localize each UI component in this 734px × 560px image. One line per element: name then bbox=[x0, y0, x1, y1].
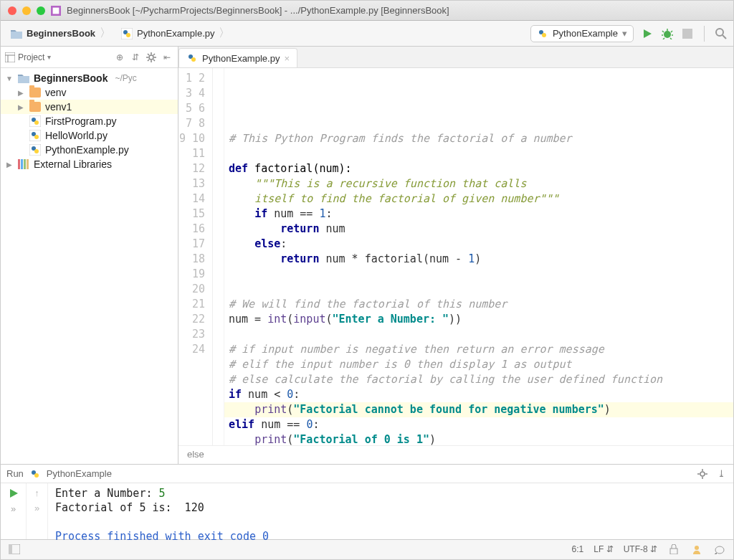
breadcrumb-file-label: PythonExample.py bbox=[137, 28, 214, 39]
svg-rect-28 bbox=[670, 549, 677, 554]
console-output[interactable]: Enter a Number: 5 Factorial of 5 is: 120… bbox=[48, 483, 733, 539]
svg-rect-8 bbox=[682, 29, 692, 39]
chevron-down-icon: ▾ bbox=[47, 53, 51, 61]
window-title: BeginnersBook [~/PycharmProjects/Beginne… bbox=[67, 5, 449, 16]
python-file-icon bbox=[29, 115, 41, 127]
code-editor[interactable]: 1 2 3 4 5 6 7 8 9 10 11 12 13 14 15 16 1… bbox=[178, 68, 733, 445]
tree-item-label: venv bbox=[45, 87, 67, 98]
run-tool-title: PythonExample bbox=[47, 468, 112, 479]
external-libraries-icon bbox=[18, 159, 29, 169]
editor-breadcrumb[interactable]: else bbox=[178, 445, 733, 464]
breadcrumb-root[interactable]: BeginnersBook 〉 bbox=[6, 24, 115, 43]
tree-item-label: venv1 bbox=[45, 101, 72, 113]
python-file-icon bbox=[29, 468, 41, 480]
python-file-icon bbox=[537, 28, 548, 39]
svg-point-20 bbox=[34, 149, 39, 153]
tree-external-libraries[interactable]: ▶ External Libraries bbox=[1, 157, 178, 171]
folder-icon bbox=[11, 29, 22, 39]
tree-item-firstprogram[interactable]: FirstProgram.py bbox=[1, 114, 178, 128]
up-stack-icon[interactable]: ↑ bbox=[34, 488, 39, 498]
tool-window-quick-access-icon[interactable] bbox=[8, 543, 21, 556]
module-folder-icon bbox=[18, 73, 29, 83]
chevron-right-icon[interactable]: ▶ bbox=[16, 89, 25, 97]
svg-point-25 bbox=[700, 472, 705, 476]
line-ending-selector[interactable]: LF ⇵ bbox=[594, 544, 613, 554]
minimize-window-icon[interactable] bbox=[22, 6, 31, 15]
editor-tab-label: PythonExample.py bbox=[202, 53, 280, 64]
project-panel: Project ▾ ⊕ ⇵ ⇤ ▼ BeginnersBook ~/Pyc ▶ … bbox=[1, 47, 178, 464]
python-file-icon bbox=[186, 52, 198, 64]
breadcrumb-file[interactable]: PythonExample.py 〉 bbox=[117, 24, 234, 43]
fold-column[interactable] bbox=[213, 68, 224, 445]
svg-point-17 bbox=[34, 135, 39, 139]
more-run-actions-icon[interactable]: » bbox=[11, 503, 16, 514]
pycharm-icon bbox=[51, 6, 61, 16]
run-tool-header: Run PythonExample ⤓ bbox=[1, 465, 733, 483]
more-icon[interactable]: » bbox=[34, 503, 39, 513]
run-config-selector[interactable]: PythonExample ▾ bbox=[530, 25, 634, 42]
folder-icon bbox=[29, 87, 41, 98]
chevron-right-icon: 〉 bbox=[100, 26, 111, 41]
tree-item-label: HelloWorld.py bbox=[45, 130, 108, 141]
project-icon bbox=[5, 52, 15, 62]
chevron-right-icon[interactable]: ▶ bbox=[16, 103, 25, 111]
chevron-right-icon[interactable]: ▶ bbox=[5, 161, 14, 169]
encoding-selector[interactable]: UTF-8 ⇵ bbox=[624, 544, 657, 554]
stop-button[interactable] bbox=[681, 27, 694, 40]
chevron-down-icon: ▾ bbox=[622, 28, 627, 39]
svg-point-14 bbox=[34, 120, 39, 125]
titlebar: BeginnersBook [~/PycharmProjects/Beginne… bbox=[1, 1, 733, 21]
svg-point-22 bbox=[191, 57, 196, 62]
run-tool-window: Run PythonExample ⤓ » ↑ » Enter a Number… bbox=[1, 464, 733, 539]
svg-point-24 bbox=[34, 473, 39, 478]
editor-tab[interactable]: PythonExample.py × bbox=[178, 48, 297, 67]
editor: PythonExample.py × 1 2 3 4 5 6 7 8 9 10 … bbox=[178, 47, 733, 464]
window-controls bbox=[8, 6, 45, 15]
svg-point-29 bbox=[695, 546, 699, 550]
svg-point-7 bbox=[664, 31, 671, 38]
tree-item-venv[interactable]: ▶ venv bbox=[1, 85, 178, 100]
tree-root-name: BeginnersBook bbox=[34, 72, 108, 84]
scroll-from-source-icon[interactable]: ⊕ bbox=[113, 51, 126, 64]
line-number-gutter[interactable]: 1 2 3 4 5 6 7 8 9 10 11 12 13 14 15 16 1… bbox=[178, 68, 213, 445]
close-tab-icon[interactable]: × bbox=[284, 53, 290, 64]
gear-icon[interactable] bbox=[696, 468, 709, 480]
rerun-button[interactable] bbox=[8, 488, 19, 499]
tree-item-label: External Libraries bbox=[34, 158, 112, 170]
run-config-label: PythonExample bbox=[553, 28, 618, 39]
svg-point-11 bbox=[149, 55, 153, 60]
caret-position[interactable]: 6:1 bbox=[572, 544, 584, 554]
breadcrumb-root-label: BeginnersBook bbox=[27, 28, 95, 39]
run-tool-title-prefix: Run bbox=[6, 468, 24, 479]
svg-point-9 bbox=[716, 29, 723, 36]
editor-breadcrumb-label: else bbox=[187, 449, 204, 460]
project-tree[interactable]: ▼ BeginnersBook ~/Pyc ▶ venv ▶ venv1 Fir… bbox=[1, 68, 178, 174]
hide-panel-icon[interactable]: ⤓ bbox=[715, 468, 728, 480]
hector-icon[interactable] bbox=[690, 543, 703, 556]
lock-icon[interactable] bbox=[667, 543, 680, 556]
tree-item-pythonexample[interactable]: PythonExample.py bbox=[1, 143, 178, 157]
close-window-icon[interactable] bbox=[8, 6, 16, 15]
run-button[interactable] bbox=[641, 27, 654, 40]
python-file-icon bbox=[29, 144, 41, 156]
search-everywhere-button[interactable] bbox=[715, 27, 728, 40]
code-content[interactable]: # This Python Program finds the factoria… bbox=[229, 116, 729, 445]
svg-rect-10 bbox=[5, 52, 15, 62]
python-file-icon bbox=[121, 28, 133, 39]
chevron-down-icon[interactable]: ▼ bbox=[5, 75, 14, 82]
debug-button[interactable] bbox=[661, 27, 674, 40]
tree-item-venv1[interactable]: ▶ venv1 bbox=[1, 100, 178, 114]
event-log-icon[interactable] bbox=[713, 543, 726, 556]
tree-item-label: PythonExample.py bbox=[45, 144, 129, 156]
svg-rect-1 bbox=[53, 7, 59, 14]
tree-root[interactable]: ▼ BeginnersBook ~/Pyc bbox=[1, 71, 178, 85]
run-toolbar-up: ↑ » bbox=[27, 483, 48, 539]
chevron-right-icon: 〉 bbox=[219, 26, 230, 41]
tree-item-helloworld[interactable]: HelloWorld.py bbox=[1, 128, 178, 143]
collapse-all-icon[interactable]: ⇵ bbox=[129, 51, 142, 64]
hide-panel-icon[interactable]: ⇤ bbox=[161, 51, 173, 64]
svg-point-4 bbox=[126, 33, 130, 37]
gear-icon[interactable] bbox=[145, 51, 158, 64]
run-toolbar-left: » bbox=[1, 483, 27, 539]
maximize-window-icon[interactable] bbox=[37, 6, 45, 15]
